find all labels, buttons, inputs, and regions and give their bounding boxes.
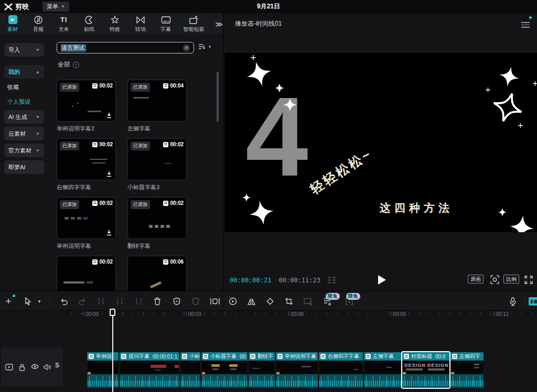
filter-all[interactable]: 全部 ?	[58, 60, 79, 69]
freeze-frame-button[interactable]	[208, 291, 222, 311]
fullscreen-icon[interactable]	[524, 276, 533, 284]
sidebar-item-ai-generate[interactable]: AI 生成▼	[4, 110, 44, 124]
star-sparkle	[509, 214, 535, 232]
preset-card[interactable]: 已添加 00:02 举例说明字幕	[57, 197, 116, 250]
preset-card[interactable]: 00:06	[127, 256, 187, 291]
tab-effects[interactable]: 特效	[102, 15, 128, 33]
undo-icon	[60, 298, 68, 306]
speaker-icon[interactable]	[44, 364, 51, 371]
preset-card[interactable]: 00:02	[57, 256, 116, 291]
preset-card[interactable]: 已添加 00:02 右侧四字字幕	[57, 138, 116, 191]
player-menu-icon[interactable]	[521, 20, 530, 29]
timeline-clip[interactable]: 左侧字幕	[364, 352, 401, 388]
voiceover-button[interactable]	[506, 291, 520, 311]
template-icon	[163, 201, 168, 206]
tiny-sparkle	[486, 88, 490, 92]
tab-audio[interactable]: 音频	[26, 15, 51, 33]
help-icon[interactable]: ?	[73, 62, 79, 68]
playhead-handle[interactable]	[110, 309, 115, 316]
solo-toggle[interactable]: S	[55, 362, 59, 369]
mirror-icon	[247, 298, 256, 306]
crop-button[interactable]	[282, 291, 296, 311]
sort-control[interactable]: ▼	[198, 43, 212, 50]
tab-sticker[interactable]: 贴纸	[77, 15, 102, 33]
tab-transition[interactable]: 转场	[127, 15, 153, 33]
sidebar-item-dreamina[interactable]: 即梦AI	[4, 160, 44, 174]
mirror-button[interactable]	[244, 291, 259, 311]
sidebar-item-official-material[interactable]: 官方素材▼	[4, 144, 44, 157]
record-button[interactable]	[301, 291, 316, 311]
download-icon[interactable]	[106, 112, 112, 118]
track-type-icon	[5, 364, 13, 371]
chevron-down-icon[interactable]: ▼	[36, 291, 43, 311]
track-collapse-toggle[interactable]	[529, 297, 537, 306]
original-quality-button[interactable]: 原画	[468, 275, 484, 284]
text-caret	[85, 45, 86, 51]
sidebar-item-mine[interactable]: 我的▲	[4, 65, 44, 79]
beat-marker	[276, 372, 280, 374]
eye-icon[interactable]	[31, 364, 39, 369]
timeline-clip[interactable]: 左侧四字	[450, 352, 484, 388]
timeline-clip[interactable]: 翻转字	[249, 352, 275, 388]
star-sparkle	[283, 98, 297, 112]
sidebar-item-favorites[interactable]: 收藏	[7, 83, 19, 91]
timeline-clip[interactable]: 举例说	[87, 352, 119, 388]
playhead-line[interactable]	[112, 309, 113, 392]
sticker-icon	[84, 15, 94, 25]
lock-icon[interactable]	[19, 364, 25, 371]
scrollbar[interactable]	[217, 72, 219, 122]
focus-icon[interactable]	[490, 275, 499, 284]
video-preview[interactable]: 4 轻轻松松~ 这四种方法	[224, 53, 537, 232]
timeline-clip[interactable]: 小标题字幕00:	[201, 352, 248, 388]
chevron-down-icon: ▼	[208, 45, 212, 49]
reverse-button[interactable]	[225, 291, 240, 311]
download-icon[interactable]	[106, 171, 112, 177]
smart-matting-button[interactable]: AI	[169, 291, 184, 311]
tab-material[interactable]: ▶ 素材	[0, 15, 26, 33]
chevron-up-icon: ▲	[36, 70, 40, 74]
notification-dot	[13, 295, 15, 297]
sidebar-item-cloud-material[interactable]: 云素材▼	[4, 127, 44, 140]
rotate-button[interactable]	[263, 291, 277, 311]
player-title: 播放器-时间线01	[235, 19, 282, 28]
timeline-clip[interactable]: 右侧四字字幕	[319, 352, 363, 388]
current-time: 00:00:00:21	[230, 277, 271, 284]
sidebar-item-personal-presets[interactable]: 个人预设	[7, 98, 30, 106]
matting-button[interactable]	[188, 291, 203, 311]
select-tool[interactable]	[21, 291, 35, 311]
toolbar-expand-icon[interactable]: ≫	[215, 20, 223, 28]
ratio-button[interactable]: 比例	[503, 275, 519, 284]
chevron-down-icon: ▼	[36, 148, 40, 153]
delete-button[interactable]	[151, 291, 164, 311]
timeline-clip[interactable]: 举例说明字幕	[276, 352, 318, 388]
split-icon[interactable]: ][	[94, 291, 108, 311]
timeline-area[interactable]: 00:00 00:03 00:06 00:09 00:12 S 举例说 提问字幕…	[0, 311, 537, 392]
preset-card[interactable]: 已添加 00:02 翻转字幕	[127, 197, 187, 250]
undo-button[interactable]	[57, 291, 71, 311]
preset-card[interactable]: 已添加 00:02 举例说明字幕2	[57, 80, 116, 133]
split-left-icon[interactable]: |[	[113, 291, 127, 311]
play-button[interactable]	[378, 275, 386, 285]
trash-icon	[154, 297, 161, 306]
ruler-label: 00:09	[393, 311, 406, 317]
redo-button[interactable]	[75, 291, 90, 311]
tab-smart-pack[interactable]: 智能包装	[179, 15, 209, 33]
tab-caption[interactable]: 字幕	[153, 15, 179, 33]
template-icon	[92, 201, 98, 206]
clear-search-icon[interactable]: ✕	[183, 45, 190, 51]
download-icon[interactable]	[106, 230, 112, 236]
preset-card[interactable]: 已添加 00:02 小标题字幕3	[127, 138, 187, 191]
shield-icon	[191, 297, 200, 306]
tab-text[interactable]: TI 文本	[51, 15, 77, 33]
timeline-clip[interactable]: 提问字幕00:00:01:1	[120, 352, 179, 388]
preset-card[interactable]: 已添加 00:04 左侧字幕	[127, 80, 187, 133]
timeline-clip[interactable]: 小标	[180, 352, 200, 388]
material-play-icon: ▶	[8, 15, 17, 24]
text-template-icon	[89, 354, 94, 359]
beat-marker	[451, 372, 454, 374]
text-template-icon	[121, 354, 126, 359]
sidebar-item-import[interactable]: 导入▼	[4, 43, 44, 57]
search-input[interactable]: 清言测试 ✕	[57, 42, 194, 53]
split-right-icon[interactable]: ]|	[132, 291, 146, 311]
timeline-clip-selected[interactable]: 封面标题00:0 DESIGN DESIGN	[402, 352, 449, 388]
